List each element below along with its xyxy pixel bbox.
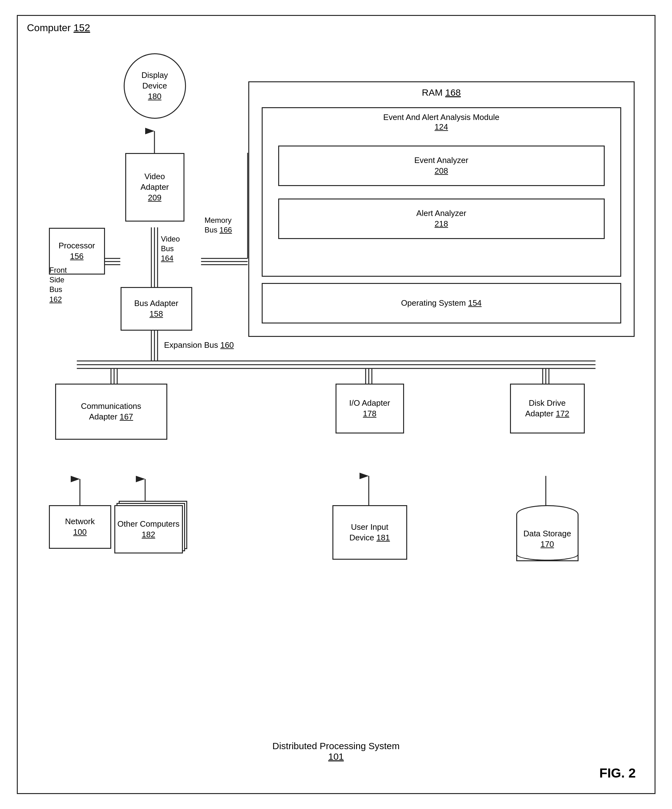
display-device-box: DisplayDevice180 (124, 53, 186, 119)
display-device-label: DisplayDevice180 (141, 70, 168, 102)
computer-ref: 152 (74, 22, 90, 34)
network-label: Network100 (65, 516, 95, 537)
io-adapter-box: I/O Adapter178 (335, 384, 404, 433)
communications-adapter-label: CommunicationsAdapter 167 (81, 401, 141, 422)
page: Computer 152 FIG. 2 Distributed Processi… (17, 15, 655, 794)
expansion-bus-label: Expansion Bus 160 (164, 340, 234, 351)
diagram: DisplayDevice180 VideoAdapter209 Process… (30, 41, 642, 737)
data-storage-label: Data Storage170 (516, 529, 578, 550)
user-input-device-box: User InputDevice 181 (332, 505, 407, 560)
computer-label: Computer 152 (27, 22, 90, 34)
cylinder-bottom-ellipse (516, 548, 578, 561)
memory-bus-label: MemoryBus 166 (205, 215, 232, 235)
bus-adapter-box: Bus Adapter158 (121, 287, 192, 331)
alert-analyzer-box: Alert Analyzer218 (278, 198, 605, 239)
fig-label: FIG. 2 (600, 766, 636, 780)
event-alert-module-box: Event And Alert Analysis Module124 Event… (262, 107, 621, 277)
network-box: Network100 (49, 505, 111, 549)
video-adapter-label: VideoAdapter209 (141, 171, 169, 203)
operating-system-label: Operating System 154 (401, 298, 482, 309)
front-side-bus-label: FrontSideBus162 (50, 265, 67, 304)
io-adapter-label: I/O Adapter178 (349, 398, 390, 419)
data-storage-cylinder: Data Storage170 (516, 505, 578, 564)
video-adapter-box: VideoAdapter209 (125, 153, 184, 222)
event-analyzer-label: Event Analyzer208 (414, 155, 468, 176)
event-analyzer-box: Event Analyzer208 (278, 146, 605, 186)
other-computers-label: Other Computers182 (117, 519, 179, 540)
communications-adapter-box: CommunicationsAdapter 167 (55, 384, 167, 440)
video-bus-label: VideoBus164 (161, 234, 180, 264)
operating-system-box: Operating System 154 (262, 283, 621, 324)
disk-drive-adapter-box: Disk DriveAdapter 172 (510, 384, 585, 433)
processor-label: Processor156 (59, 240, 95, 262)
disk-drive-adapter-label: Disk DriveAdapter 172 (525, 398, 570, 419)
ram-label: RAM 168 (422, 87, 461, 98)
alert-analyzer-label: Alert Analyzer218 (416, 208, 466, 229)
other-computers-front: Other Computers182 (114, 505, 183, 554)
event-alert-module-label: Event And Alert Analysis Module124 (263, 112, 620, 132)
distributed-label: Distributed Processing System 101 (272, 741, 400, 762)
ram-box: RAM 168 Event And Alert Analysis Module1… (248, 81, 635, 337)
other-computers-stack: Other Computers182 (114, 505, 183, 558)
user-input-device-label: User InputDevice 181 (349, 522, 390, 543)
bus-adapter-label: Bus Adapter158 (134, 298, 179, 319)
